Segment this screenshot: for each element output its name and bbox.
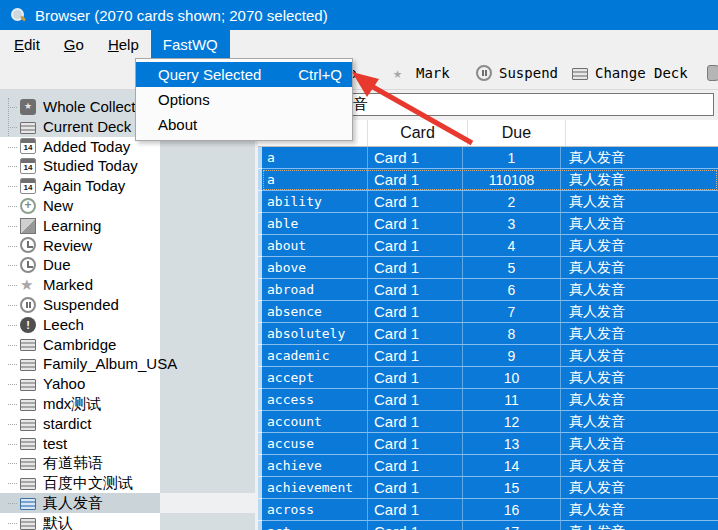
card-cell: Card 1	[368, 191, 463, 212]
sort-field-cell: above	[262, 257, 368, 278]
book-icon	[20, 218, 36, 234]
deck-icon	[20, 122, 36, 134]
sidebar-item-marked[interactable]: Marked	[0, 275, 160, 295]
table-row[interactable]: act Card 1 17 真人发音	[262, 521, 718, 530]
title-bar: Browser (2070 cards shown; 2070 selected…	[0, 0, 718, 30]
pause-icon	[20, 297, 36, 313]
table-row[interactable]: abroad Card 1 6 真人发音	[262, 279, 718, 301]
toolbar-button-mark[interactable]: Mark	[393, 65, 450, 81]
table-row[interactable]: ability Card 1 2 真人发音	[262, 191, 718, 213]
deck-cell: 真人发音	[561, 257, 708, 278]
menu-edit[interactable]: Edit	[2, 30, 52, 58]
table-row[interactable]: a Card 1 110108 真人发音	[262, 169, 718, 191]
toolbar-button-suspend[interactable]: Suspend	[476, 65, 558, 81]
shortcut-label: Ctrl+Q	[298, 66, 342, 83]
header-card[interactable]: Card	[368, 120, 468, 146]
deck-cell: 真人发音	[561, 411, 708, 432]
table-row[interactable]: absolutely Card 1 8 真人发音	[262, 323, 718, 345]
menu-fastwq[interactable]: FastWQ	[151, 30, 230, 58]
sidebar-item-youdao-korean[interactable]: 有道韩语	[0, 453, 160, 473]
sidebar-item-family-album-usa[interactable]: Family_Album_USA	[0, 354, 160, 374]
table-row[interactable]: account Card 1 12 真人发音	[262, 411, 718, 433]
sidebar-item-stardict[interactable]: stardict	[0, 414, 160, 434]
table-row[interactable]: achieve Card 1 14 真人发音	[262, 455, 718, 477]
deck-cell: 真人发音	[561, 147, 708, 168]
table-row[interactable]: about Card 1 4 真人发音	[262, 235, 718, 257]
sidebar-item-learning[interactable]: Learning	[0, 216, 160, 236]
sidebar-item-test[interactable]: test	[0, 434, 160, 454]
sort-field-cell: accuse	[262, 433, 368, 454]
sidebar-item-again-today[interactable]: Again Today	[0, 176, 160, 196]
cal-icon	[20, 158, 36, 174]
due-cell: 1	[463, 147, 561, 168]
deck-cell: 真人发音	[561, 191, 708, 212]
sidebar-item-mdx-test[interactable]: mdx测试	[0, 394, 160, 414]
window-title: Browser (2070 cards shown; 2070 selected…	[35, 7, 328, 24]
sidebar-item-review[interactable]: Review	[0, 236, 160, 256]
deck-cell: 真人发音	[561, 323, 708, 344]
deck-cell: 真人发音	[561, 367, 708, 388]
card-cell: Card 1	[368, 433, 463, 454]
star-icon	[20, 277, 36, 293]
deck-icon	[20, 379, 36, 391]
card-table: Sort Field Card Due a Card 1 1 真人发音 a Ca…	[258, 120, 718, 530]
card-cell: Card 1	[368, 521, 463, 530]
table-row[interactable]: absence Card 1 7 真人发音	[262, 301, 718, 323]
table-row[interactable]: able Card 1 3 真人发音	[262, 213, 718, 235]
deck-icon	[20, 518, 36, 530]
header-deck[interactable]	[566, 120, 718, 146]
sidebar-item-default[interactable]: 默认	[0, 513, 160, 530]
cal-icon	[20, 178, 36, 194]
collection-icon	[20, 99, 36, 115]
sidebar: Whole Collection Current Deck Added Toda…	[0, 90, 258, 530]
due-cell: 110108	[463, 169, 561, 190]
deck-icon	[20, 478, 36, 490]
card-cell: Card 1	[368, 257, 463, 278]
sort-field-cell: achievement	[262, 477, 368, 498]
sidebar-item-baidu-chinese[interactable]: 百度中文测试	[0, 473, 160, 493]
toolbar-button-edge[interactable]	[707, 65, 718, 81]
header-due[interactable]: Due	[468, 120, 566, 146]
menu-item-about[interactable]: About	[136, 112, 352, 137]
tag-icon	[707, 65, 718, 81]
table-row[interactable]: across Card 1 16 真人发音	[262, 499, 718, 521]
sidebar-item-cambridge[interactable]: Cambridge	[0, 335, 160, 355]
table-row[interactable]: achievement Card 1 15 真人发音	[262, 477, 718, 499]
sidebar-item-real-voice[interactable]: 真人发音	[0, 493, 160, 513]
due-cell: 11	[463, 389, 561, 410]
menu-item-query-selected[interactable]: Query Selected Ctrl+Q	[136, 62, 352, 87]
table-row[interactable]: above Card 1 5 真人发音	[262, 257, 718, 279]
card-cell: Card 1	[368, 455, 463, 476]
due-cell: 3	[463, 213, 561, 234]
due-cell: 8	[463, 323, 561, 344]
deck-icon	[20, 399, 36, 411]
table-row[interactable]: access Card 1 11 真人发音	[262, 389, 718, 411]
sort-field-cell: absence	[262, 301, 368, 322]
sidebar-item-leech[interactable]: Leech	[0, 315, 160, 335]
table-row[interactable]: accuse Card 1 13 真人发音	[262, 433, 718, 455]
table-row[interactable]: academic Card 1 9 真人发音	[262, 345, 718, 367]
card-cell: Card 1	[368, 367, 463, 388]
sidebar-item-yahoo[interactable]: Yahoo	[0, 374, 160, 394]
deck-cell: 真人发音	[561, 301, 708, 322]
table-row[interactable]: accept Card 1 10 真人发音	[262, 367, 718, 389]
sidebar-item-studied-today[interactable]: Studied Today	[0, 156, 160, 176]
sort-field-cell: accept	[262, 367, 368, 388]
deck-cell: 真人发音	[561, 455, 708, 476]
menu-go[interactable]: Go	[52, 30, 96, 58]
deck-cell: 真人发音	[561, 213, 708, 234]
menu-item-options[interactable]: Options	[136, 87, 352, 112]
sidebar-item-new[interactable]: New	[0, 196, 160, 216]
sort-field-cell: account	[262, 411, 368, 432]
card-cell: Card 1	[368, 345, 463, 366]
deck-cell: 真人发音	[561, 169, 708, 190]
sidebar-item-due[interactable]: Due	[0, 255, 160, 275]
card-cell: Card 1	[368, 147, 463, 168]
sidebar-item-suspended[interactable]: Suspended	[0, 295, 160, 315]
deck-icon	[20, 458, 36, 470]
toolbar-button-change-deck[interactable]: Change Deck	[572, 65, 688, 81]
sort-field-cell: ability	[262, 191, 368, 212]
menu-help[interactable]: Help	[96, 30, 151, 58]
table-row[interactable]: a Card 1 1 真人发音	[262, 147, 718, 169]
leech-icon	[20, 317, 36, 333]
